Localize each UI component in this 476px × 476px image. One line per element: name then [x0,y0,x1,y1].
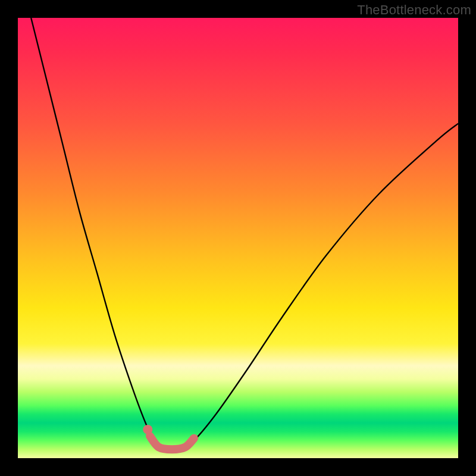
flat-bottom-path [150,436,194,449]
flat-bottom-dot [143,425,152,434]
chart-frame: TheBottleneck.com [0,0,476,476]
plot-area [18,18,458,458]
bottleneck-curve-path [31,18,458,450]
curve-svg [18,18,458,458]
watermark-text: TheBottleneck.com [357,2,471,18]
